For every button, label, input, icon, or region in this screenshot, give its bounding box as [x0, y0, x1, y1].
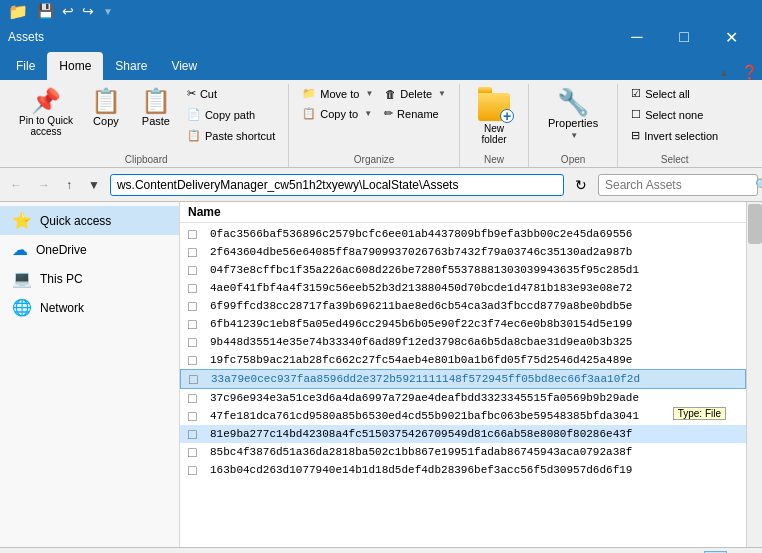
copy-path-button[interactable]: 📄 Copy path [182, 105, 280, 124]
file-item[interactable]: □ 37c96e934e3a51ce3d6a4da6997a729ae4deaf… [180, 389, 746, 407]
minimize-button[interactable]: ─ [614, 22, 660, 52]
scroll-thumb[interactable] [748, 204, 762, 244]
delete-expand: ▼ [438, 89, 446, 98]
refresh-button[interactable]: ↻ [568, 173, 594, 197]
rename-button[interactable]: ✏ Rename [379, 104, 451, 123]
file-item[interactable]: □ 04f73e8cffbc1f35a226ac608d226be7280f55… [180, 261, 746, 279]
close-button[interactable]: ✕ [708, 22, 754, 52]
vertical-scrollbar[interactable] [746, 202, 762, 547]
invert-selection-button[interactable]: ⊟ Invert selection [626, 126, 723, 145]
paste-shortcut-button[interactable]: 📋 Paste shortcut [182, 126, 280, 145]
ribbon-group-open: 🔧 Properties ▼ Open [529, 84, 618, 167]
file-item[interactable]: □ 6fb41239c1eb8f5a05ed496cc2945b6b05e90f… [180, 315, 746, 333]
file-icon-2: □ [188, 262, 204, 278]
tab-home[interactable]: Home [47, 52, 103, 80]
file-icon-1: □ [188, 244, 204, 260]
window-title: Assets [8, 30, 614, 44]
file-name-1: 2f643604dbe56e64085ff8a7909937026763b743… [210, 246, 632, 258]
recent-button[interactable]: ▼ [82, 174, 106, 196]
clipboard-small-buttons: ✂ Cut 📄 Copy path 📋 Paste shortcut [182, 84, 280, 145]
file-item[interactable]: □ 0fac3566baf536896c2579bcfc6ee01ab44378… [180, 225, 746, 243]
select-none-label: Select none [645, 109, 703, 121]
cut-label: Cut [200, 88, 217, 100]
select-content: ☑ Select all ☐ Select none ⊟ Invert sele… [626, 84, 723, 152]
file-name-5: 6fb41239c1eb8f5a05ed496cc2945b6b05e90f22… [210, 318, 632, 330]
main-area: ⭐ Quick access ☁ OneDrive 💻 This PC 🌐 Ne… [0, 202, 762, 547]
properties-area: 🔧 Properties ▼ [537, 84, 609, 145]
sidebar-item-quick-access[interactable]: ⭐ Quick access [0, 206, 179, 235]
file-icon-8: □ [189, 371, 205, 387]
copy-icon: 📋 [91, 89, 121, 113]
search-input[interactable] [605, 178, 755, 192]
file-item[interactable]: □ 47fe181dca761cd9580a85b6530ed4cd55b902… [180, 407, 746, 425]
tab-view[interactable]: View [159, 52, 209, 80]
properties-label: Properties [548, 117, 598, 129]
select-all-label: Select all [645, 88, 690, 100]
sidebar-item-this-pc[interactable]: 💻 This PC [0, 264, 179, 293]
new-folder-button[interactable]: + New folder [468, 84, 520, 150]
paste-shortcut-icon: 📋 [187, 129, 201, 142]
file-icon-13: □ [188, 462, 204, 478]
file-item[interactable]: □ 163b04cd263d1077940e14b1d18d5def4db283… [180, 461, 746, 479]
copy-path-icon: 📄 [187, 108, 201, 121]
back-button[interactable]: ← [4, 174, 28, 196]
cut-icon: ✂ [187, 87, 196, 100]
pin-to-quick-access-button[interactable]: 📌 Pin to Quick access [12, 84, 80, 142]
ribbon-collapse-button[interactable]: ▲ [715, 65, 733, 80]
file-item[interactable]: □ 4ae0f41fbf4a4f3159c56eeb52b3d213880450… [180, 279, 746, 297]
copy-button[interactable]: 📋 Copy [82, 84, 130, 132]
delete-button[interactable]: 🗑 Delete ▼ [380, 84, 451, 103]
paste-button[interactable]: 📋 Paste [134, 84, 178, 132]
qa-undo-button[interactable]: ↩ [59, 2, 77, 20]
new-content: + New folder [468, 84, 520, 152]
new-label: New [468, 152, 520, 167]
copy-label: Copy [93, 115, 119, 127]
up-button[interactable]: ↑ [60, 174, 78, 196]
tab-file[interactable]: File [4, 52, 47, 80]
file-name-3: 4ae0f41fbf4a4f3159c56eeb52b3d213880450d7… [210, 282, 632, 294]
help-button[interactable]: ❓ [741, 64, 758, 80]
sidebar-item-network[interactable]: 🌐 Network [0, 293, 179, 322]
file-item[interactable]: □ 9b448d35514e35e74b33340f6ad89f12ed3798… [180, 333, 746, 351]
maximize-button[interactable]: □ [661, 22, 707, 52]
pin-icon: 📌 [31, 89, 61, 113]
file-item[interactable]: □ 2f643604dbe56e64085ff8a7909937026763b7… [180, 243, 746, 261]
name-column-header: Name [188, 205, 221, 219]
properties-button[interactable]: 🔧 Properties ▼ [541, 84, 605, 145]
invert-label: Invert selection [644, 130, 718, 142]
file-item[interactable]: □ 19fc758b9ac21ab28fc662c27fc54aeb4e801b… [180, 351, 746, 369]
open-label: Open [537, 152, 609, 167]
ribbon-group-organize: 📁 Move to ▼ 🗑 Delete ▼ 📋 Copy to ▼ [289, 84, 460, 167]
copy-to-icon: 📋 [302, 107, 316, 120]
copy-to-button[interactable]: 📋 Copy to ▼ [297, 104, 377, 123]
qa-save-button[interactable]: 💾 [34, 2, 57, 20]
forward-button[interactable]: → [32, 174, 56, 196]
file-list-header: Name [180, 202, 746, 223]
file-icon-10: □ [188, 408, 204, 424]
select-none-button[interactable]: ☐ Select none [626, 105, 723, 124]
file-name-6: 9b448d35514e35e74b33340f6ad89f12ed3798c6… [210, 336, 632, 348]
sidebar: ⭐ Quick access ☁ OneDrive 💻 This PC 🌐 Ne… [0, 202, 180, 547]
type-file-tooltip: Type: File [673, 407, 726, 420]
file-icon-11: □ [188, 426, 204, 442]
window-controls: ─ □ ✕ [614, 22, 754, 52]
ribbon: 📌 Pin to Quick access 📋 Copy 📋 Paste ✂ C… [0, 80, 762, 168]
file-list: □ 0fac3566baf536896c2579bcfc6ee01ab44378… [180, 223, 746, 547]
file-name-2: 04f73e8cffbc1f35a226ac608d226be7280f5537… [210, 264, 639, 276]
cut-button[interactable]: ✂ Cut [182, 84, 280, 103]
address-path[interactable]: ws.ContentDeliveryManager_cw5n1h2txyewy\… [110, 174, 564, 196]
select-all-button[interactable]: ☑ Select all [626, 84, 723, 103]
qa-redo-button[interactable]: ↪ [79, 2, 97, 20]
file-item-selected[interactable]: □ 33a79e0cec937faa8596dd2e372b5921111148… [180, 369, 746, 389]
move-to-button[interactable]: 📁 Move to ▼ [297, 84, 378, 103]
tab-share[interactable]: Share [103, 52, 159, 80]
file-name-12: 85bc4f3876d51a36da2818ba502c1bb867e19951… [210, 446, 632, 458]
file-item[interactable]: □ 6f99ffcd38cc28717fa39b696211bae8ed6cb5… [180, 297, 746, 315]
delete-label: Delete [400, 88, 432, 100]
file-item[interactable]: □ 81e9ba277c14bd42308a4fc515037542670954… [180, 425, 746, 443]
sidebar-item-onedrive[interactable]: ☁ OneDrive [0, 235, 179, 264]
file-item[interactable]: □ 85bc4f3876d51a36da2818ba502c1bb867e199… [180, 443, 746, 461]
file-icon-9: □ [188, 390, 204, 406]
rename-icon: ✏ [384, 107, 393, 120]
file-name-11: 81e9ba277c14bd42308a4fc5150375426709549d… [210, 428, 632, 440]
